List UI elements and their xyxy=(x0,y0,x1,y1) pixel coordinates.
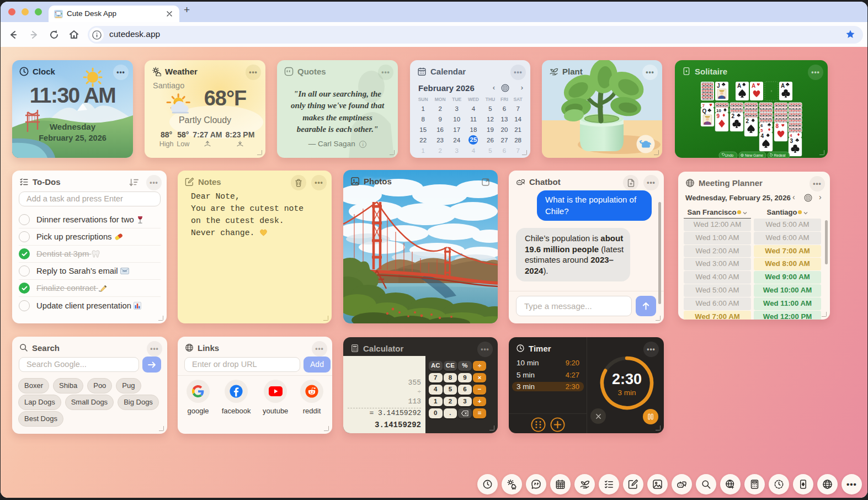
svg-text:J: J xyxy=(717,83,720,89)
svg-text:A: A xyxy=(752,83,755,89)
svg-text:A: A xyxy=(737,83,741,89)
svg-text:4: 4 xyxy=(761,133,764,139)
svg-text:10: 10 xyxy=(716,108,721,113)
svg-text:2: 2 xyxy=(746,118,749,124)
svg-text:2:30: 2:30 xyxy=(612,371,642,387)
svg-text:3: 3 xyxy=(790,138,794,144)
svg-text:9: 9 xyxy=(717,113,720,119)
svg-text:6: 6 xyxy=(760,123,763,128)
svg-text:A: A xyxy=(781,83,785,89)
svg-text:3 min: 3 min xyxy=(617,389,636,397)
svg-text:7: 7 xyxy=(702,103,705,108)
svg-text:8: 8 xyxy=(776,123,779,129)
svg-text:New Game: New Game xyxy=(745,153,763,157)
svg-text:Undo: Undo xyxy=(725,153,734,157)
svg-text:Q: Q xyxy=(702,108,707,114)
svg-text:4: 4 xyxy=(790,133,792,138)
svg-text:Redeal: Redeal xyxy=(774,153,786,157)
svg-text:5: 5 xyxy=(760,128,763,133)
svg-text:2: 2 xyxy=(732,113,735,119)
